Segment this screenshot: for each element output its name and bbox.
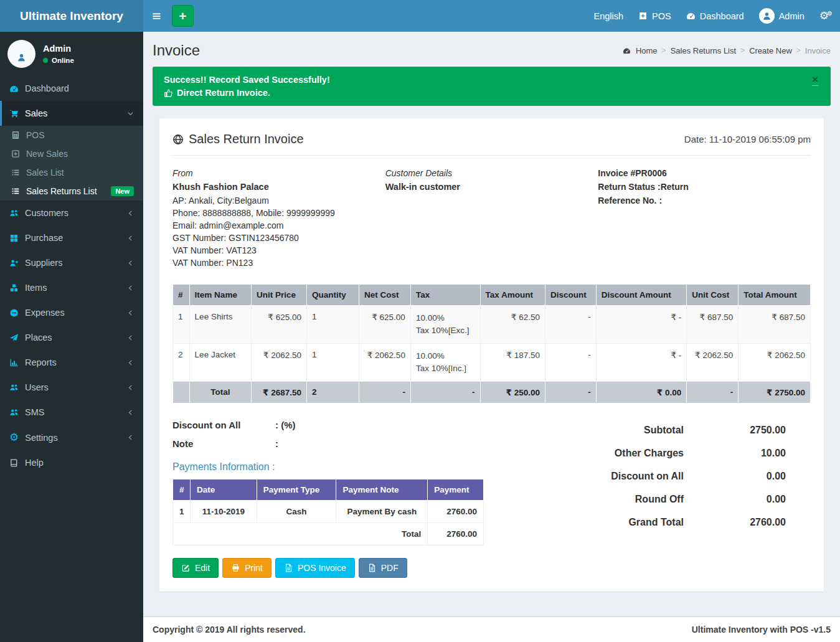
- invoice-title-row: Sales Return Invoice Date: 11-10-2019 06…: [172, 132, 811, 156]
- globe-icon: [172, 134, 184, 145]
- round-off-value: 0.00: [684, 494, 786, 505]
- quick-add-button[interactable]: +: [172, 5, 194, 27]
- cubes-icon: [9, 283, 19, 293]
- users-icon: [9, 209, 19, 218]
- invoice-meta-block: Invoice #PR0006 Return Status :Return Re…: [598, 167, 811, 269]
- cogs-icon: ⚙: [9, 432, 19, 443]
- printer-icon: [231, 564, 240, 572]
- nav-dashboard[interactable]: Dashboard: [679, 0, 752, 32]
- tachometer-icon: [9, 84, 19, 93]
- sidebar-item-label: Places: [25, 333, 52, 342]
- navbar-main: + English POS Dashboard Admin ⚙⚙: [143, 0, 840, 32]
- users-icon: [9, 383, 19, 392]
- edit-button[interactable]: Edit: [172, 558, 219, 578]
- sidebar-item-label: Customers: [25, 208, 68, 218]
- alert-message: Direct Return Invoice.: [164, 88, 819, 98]
- submenu-item-label: New Sales: [26, 149, 68, 159]
- pay-col-amount: Payment: [428, 479, 484, 501]
- item-row: 2 Lee Jacket ₹ 2062.50 1 ₹ 2062.50 10.00…: [173, 344, 811, 382]
- item-total: ₹ 687.50: [739, 306, 811, 344]
- success-alert: Success!! Record Saved Successfully! Dir…: [153, 67, 831, 106]
- nav-language[interactable]: English: [587, 0, 631, 32]
- subtotal-row: Subtotal 2750.00: [580, 425, 786, 436]
- other-charges-label: Other Charges: [580, 448, 684, 459]
- from-phone: Phone: 8888888888, Mobile: 9999999999: [172, 207, 385, 219]
- breadcrumb-create-new[interactable]: Create New: [749, 46, 792, 55]
- item-num: 1: [173, 306, 190, 344]
- sidebar-item-help: Help: [0, 450, 143, 475]
- nav-pos[interactable]: POS: [631, 0, 679, 32]
- item-name: Lee Shirts: [189, 306, 251, 344]
- breadcrumb-current: Invoice: [805, 46, 831, 55]
- alert-message-text: Direct Return Invoice.: [177, 88, 270, 98]
- total-net-cost: -: [359, 382, 410, 404]
- tax-name: Tax 10%[Inc.]: [416, 362, 475, 375]
- from-name: Khush Fashion Palace: [172, 181, 385, 193]
- sidebar-item-label: Expenses: [25, 308, 65, 318]
- sidebar-item-label: Settings: [25, 433, 57, 443]
- item-unit-cost: ₹ 687.50: [687, 306, 739, 344]
- col-quantity: Quantity: [307, 285, 359, 306]
- invoice-bottom-right: Subtotal 2750.00 Other Charges 10.00 Dis…: [543, 420, 811, 545]
- grand-total-value: 2760.00: [684, 517, 786, 528]
- print-button[interactable]: Print: [222, 558, 271, 578]
- col-discount-amount: Discount Amount: [596, 285, 686, 306]
- alert-close-button[interactable]: ×: [812, 74, 818, 86]
- page-title: Invoice: [153, 42, 200, 59]
- round-off-row: Round Off 0.00: [580, 494, 786, 505]
- round-off-label: Round Off: [580, 494, 684, 505]
- sidebar-item-label: Suppliers: [25, 258, 62, 268]
- discount-on-all-label: Discount on All: [172, 420, 275, 430]
- item-unit-price: ₹ 625.00: [251, 306, 306, 344]
- item-discount-amount: ₹ -: [596, 344, 686, 382]
- user-plus-icon: [9, 258, 19, 268]
- sidebar-menu: Dashboard Sales POS New Sales Sales List…: [0, 76, 143, 475]
- from-label: From: [172, 167, 385, 179]
- submenu-item-sales-list: Sales List: [0, 163, 143, 182]
- pos-invoice-button-label: POS Invoice: [298, 563, 346, 573]
- footer-copyright: Copyright © 2019 All rights reserved.: [153, 625, 306, 635]
- payments-total-label: Total: [173, 523, 428, 545]
- total-discount-amount: ₹ 0.00: [596, 382, 686, 404]
- customer-block: Customer Details Walk-in customer: [385, 167, 598, 269]
- sidebar-item-dashboard: Dashboard: [0, 76, 143, 101]
- discount-on-all-row: Discount on All : (%): [172, 420, 543, 430]
- total-tax-amount: ₹ 250.00: [480, 382, 545, 404]
- nav-settings[interactable]: ⚙⚙: [812, 0, 840, 32]
- brand-logo[interactable]: Ultimate Inventory: [0, 0, 143, 32]
- sidebar-item-label: Sales: [25, 108, 47, 118]
- discount-on-all-value: : (%): [275, 420, 296, 430]
- submenu-item-label: POS: [26, 130, 45, 140]
- dashboard-icon: [686, 11, 696, 21]
- pay-col-date: Date: [190, 479, 257, 501]
- breadcrumb-home[interactable]: Home: [636, 46, 658, 55]
- pdf-button-label: PDF: [381, 563, 399, 573]
- invoice-number: Invoice #PR0006: [598, 167, 811, 179]
- invoice-panel: Sales Return Invoice Date: 11-10-2019 06…: [159, 118, 824, 592]
- pos-invoice-button[interactable]: POS Invoice: [275, 558, 355, 578]
- person-icon: [762, 11, 772, 21]
- pdf-button[interactable]: PDF: [359, 558, 407, 578]
- return-status: Return Status :Return: [598, 181, 811, 193]
- sidebar: Admin Online Dashboard Sales POS New Sal…: [0, 32, 143, 642]
- sidebar-toggle-button[interactable]: [143, 0, 170, 32]
- col-num: #: [173, 285, 190, 306]
- col-total-amount: Total Amount: [739, 285, 811, 306]
- submenu-item-label: Sales List: [26, 168, 64, 177]
- discount-all-row: Discount on All 0.00: [580, 471, 786, 482]
- nav-user-menu[interactable]: Admin: [752, 0, 812, 32]
- tax-rate: 10.00%: [416, 350, 475, 362]
- totals-summary: Subtotal 2750.00 Other Charges 10.00 Dis…: [580, 425, 786, 528]
- chevron-left-icon: [127, 359, 134, 366]
- sidebar-user-panel: Admin Online: [0, 32, 143, 76]
- breadcrumb-separator: >: [662, 46, 666, 55]
- breadcrumb-sales-returns-list[interactable]: Sales Returns List: [671, 46, 737, 55]
- chevron-left-icon: [127, 285, 134, 291]
- sidebar-item-items: Items: [0, 275, 143, 300]
- total-grand: ₹ 2750.00: [739, 382, 811, 404]
- chevron-left-icon: [127, 334, 134, 341]
- submenu-item-label: Sales Returns List: [26, 186, 97, 196]
- chevron-left-icon: [127, 384, 134, 391]
- sidebar-item-label: Dashboard: [25, 83, 69, 93]
- empty-cell: [173, 382, 190, 404]
